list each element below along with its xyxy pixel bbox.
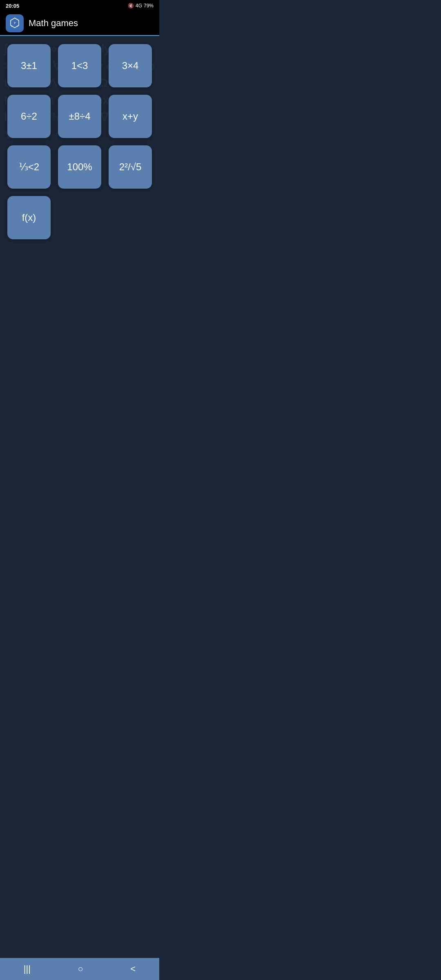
svg-text:2: 2 [11,25,13,27]
game-card-functions[interactable]: f(x) [7,196,51,239]
signal-label: 4G [136,3,142,9]
game-card-signed-division[interactable]: ±8÷4 [58,95,101,138]
game-card-fractions[interactable]: ⅓<2 [7,145,51,189]
game-card-label-functions: f(x) [22,212,36,223]
battery-label: 79% [144,3,154,9]
game-card-division[interactable]: 6÷2 [7,95,51,138]
game-card-percentages[interactable]: 100% [58,145,101,189]
game-card-label-division: 6÷2 [21,111,37,122]
app-icon-svg: 7 2 4 [9,17,21,29]
game-card-label-percentages: 100% [67,161,92,173]
status-bar: 20:05 🔇 4G 79% [0,0,159,11]
game-card-multiplication[interactable]: 3×4 [109,44,152,87]
game-card-label-comparison: 1<3 [71,60,88,71]
app-title: Math games [29,18,78,29]
game-grid: 3±11<33×46÷2±8÷4x+y⅓<2100%2²/√5 [7,44,152,189]
game-card-comparison[interactable]: 1<3 [58,44,101,87]
app-icon: 7 2 4 [6,14,24,32]
svg-text:7: 7 [14,21,16,25]
game-card-arithmetic[interactable]: 3±1 [7,44,51,87]
mute-icon: 🔇 [128,3,134,9]
game-grid-last: f(x) [7,196,152,239]
game-card-label-signed-division: ±8÷4 [69,111,90,122]
svg-text:4: 4 [17,25,18,27]
main-content: ∫ π² √ Σ ∞ f(x) dx dy ∂ ≤ ≥ ± × ÷ ∈ ∉ ∀ … [0,36,159,330]
game-card-powers-roots[interactable]: 2²/√5 [109,145,152,189]
status-icons: 🔇 4G 79% [128,3,154,9]
game-card-label-powers-roots: 2²/√5 [119,161,142,173]
game-card-label-multiplication: 3×4 [122,60,139,71]
game-card-label-arithmetic: 3±1 [21,60,37,71]
game-card-algebra[interactable]: x+y [109,95,152,138]
app-bar: 7 2 4 Math games [0,11,159,36]
game-card-label-fractions: ⅓<2 [19,161,39,173]
game-card-label-algebra: x+y [122,111,138,122]
status-time: 20:05 [6,3,19,9]
